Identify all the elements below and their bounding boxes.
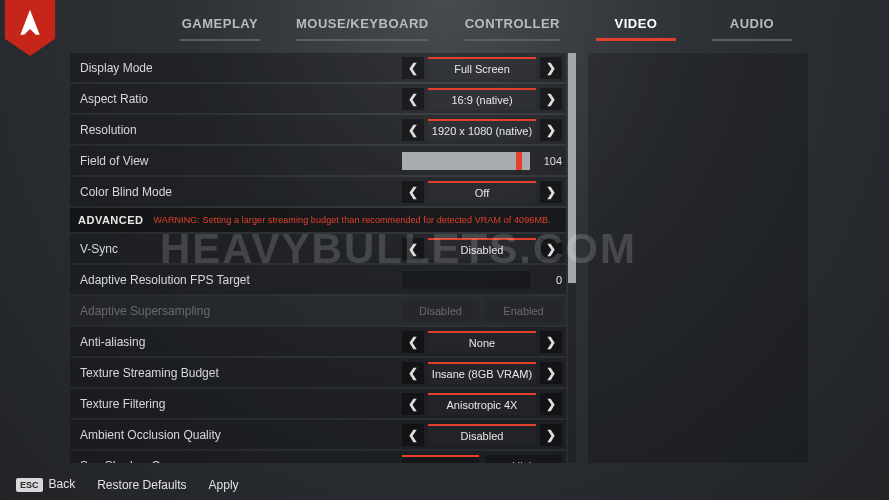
label: Adaptive Supersampling xyxy=(80,304,402,318)
chevron-left-icon[interactable]: ❮ xyxy=(402,88,424,110)
bottom-bar: ESCBack Restore Defaults Apply xyxy=(16,477,239,492)
value[interactable]: Off xyxy=(428,181,536,203)
tab-video[interactable]: VIDEO xyxy=(596,16,676,41)
row-color-blind: Color Blind Mode ❮ Off ❯ xyxy=(70,177,566,206)
esc-key-icon: ESC xyxy=(16,478,43,492)
chevron-right-icon[interactable]: ❯ xyxy=(540,393,562,415)
selector-tex-filter: ❮ Anisotropic 4X ❯ xyxy=(402,393,562,415)
restore-defaults-button[interactable]: Restore Defaults xyxy=(97,478,186,492)
row-ao: Ambient Occlusion Quality ❮ Disabled ❯ xyxy=(70,420,566,449)
label: Texture Streaming Budget xyxy=(80,366,402,380)
chevron-left-icon[interactable]: ❮ xyxy=(402,393,424,415)
row-resolution: Resolution ❮ 1920 x 1080 (native) ❯ xyxy=(70,115,566,144)
toggle-sun-shadow: Low High xyxy=(402,455,562,464)
row-sun-shadow: Sun Shadow Coverage Low High xyxy=(70,451,566,463)
label: Field of View xyxy=(80,154,402,168)
label: V-Sync xyxy=(80,242,402,256)
label: Aspect Ratio xyxy=(80,92,402,106)
scrollbar-thumb[interactable] xyxy=(568,53,576,283)
description-panel xyxy=(588,53,808,463)
advanced-label: ADVANCED xyxy=(74,214,148,226)
selector-anti-aliasing: ❮ None ❯ xyxy=(402,331,562,353)
selector-display-mode: ❮ Full Screen ❯ xyxy=(402,57,562,79)
fov-slider[interactable] xyxy=(402,152,530,170)
opt-high[interactable]: High xyxy=(485,455,562,464)
selector-tex-stream: ❮ Insane (8GB VRAM) ❯ xyxy=(402,362,562,384)
label: Texture Filtering xyxy=(80,397,402,411)
label: Sun Shadow Coverage xyxy=(80,459,402,464)
adaptive-fps-slider[interactable] xyxy=(402,271,530,289)
chevron-left-icon[interactable]: ❮ xyxy=(402,181,424,203)
value[interactable]: 1920 x 1080 (native) xyxy=(428,119,536,141)
chevron-right-icon[interactable]: ❯ xyxy=(540,331,562,353)
row-aspect-ratio: Aspect Ratio ❮ 16:9 (native) ❯ xyxy=(70,84,566,113)
selector-ao: ❮ Disabled ❯ xyxy=(402,424,562,446)
value[interactable]: Disabled xyxy=(428,424,536,446)
tab-audio[interactable]: AUDIO xyxy=(712,16,792,41)
chevron-right-icon[interactable]: ❯ xyxy=(540,424,562,446)
row-fov: Field of View 104 xyxy=(70,146,566,175)
settings-tabs: GAMEPLAY MOUSE/KEYBOARD CONTROLLER VIDEO… xyxy=(180,16,792,41)
slider-fov-area: 104 xyxy=(402,152,562,170)
label: Resolution xyxy=(80,123,402,137)
row-anti-aliasing: Anti-aliasing ❮ None ❯ xyxy=(70,327,566,356)
advanced-header: ADVANCED WARNING: Setting a larger strea… xyxy=(70,208,566,232)
fov-value: 104 xyxy=(536,155,562,167)
toggle-adaptive-ss: Disabled Enabled xyxy=(402,300,562,322)
label: Display Mode xyxy=(80,61,402,75)
tab-gameplay[interactable]: GAMEPLAY xyxy=(180,16,260,41)
chevron-left-icon[interactable]: ❮ xyxy=(402,238,424,260)
value[interactable]: Insane (8GB VRAM) xyxy=(428,362,536,384)
row-vsync: V-Sync ❮ Disabled ❯ xyxy=(70,234,566,263)
slider-adaptive-fps-area: 0 xyxy=(402,271,562,289)
selector-aspect-ratio: ❮ 16:9 (native) ❯ xyxy=(402,88,562,110)
settings-list: Display Mode ❮ Full Screen ❯ Aspect Rati… xyxy=(70,53,568,463)
chevron-left-icon[interactable]: ❮ xyxy=(402,57,424,79)
value[interactable]: Anisotropic 4X xyxy=(428,393,536,415)
label: Color Blind Mode xyxy=(80,185,402,199)
opt-disabled: Disabled xyxy=(402,300,479,322)
label: Ambient Occlusion Quality xyxy=(80,428,402,442)
chevron-right-icon[interactable]: ❯ xyxy=(540,181,562,203)
row-tex-filter: Texture Filtering ❮ Anisotropic 4X ❯ xyxy=(70,389,566,418)
chevron-left-icon[interactable]: ❮ xyxy=(402,331,424,353)
chevron-left-icon[interactable]: ❮ xyxy=(402,362,424,384)
value[interactable]: Full Screen xyxy=(428,57,536,79)
settings-panel: Display Mode ❮ Full Screen ❯ Aspect Rati… xyxy=(70,53,810,463)
game-logo xyxy=(4,0,56,58)
chevron-left-icon[interactable]: ❮ xyxy=(402,424,424,446)
adaptive-fps-value: 0 xyxy=(536,274,562,286)
row-adaptive-ss: Adaptive Supersampling Disabled Enabled xyxy=(70,296,566,325)
tab-controller[interactable]: CONTROLLER xyxy=(465,16,560,41)
chevron-right-icon[interactable]: ❯ xyxy=(540,362,562,384)
chevron-left-icon[interactable]: ❮ xyxy=(402,119,424,141)
apply-button[interactable]: Apply xyxy=(209,478,239,492)
row-display-mode: Display Mode ❮ Full Screen ❯ xyxy=(70,53,566,82)
value[interactable]: 16:9 (native) xyxy=(428,88,536,110)
opt-low[interactable]: Low xyxy=(402,455,479,464)
row-tex-stream: Texture Streaming Budget ❮ Insane (8GB V… xyxy=(70,358,566,387)
selector-vsync: ❮ Disabled ❯ xyxy=(402,238,562,260)
selector-resolution: ❮ 1920 x 1080 (native) ❯ xyxy=(402,119,562,141)
row-adaptive-fps: Adaptive Resolution FPS Target 0 xyxy=(70,265,566,294)
chevron-right-icon[interactable]: ❯ xyxy=(540,88,562,110)
scrollbar[interactable] xyxy=(568,53,576,463)
tab-mousekb[interactable]: MOUSE/KEYBOARD xyxy=(296,16,429,41)
selector-color-blind: ❮ Off ❯ xyxy=(402,181,562,203)
value[interactable]: None xyxy=(428,331,536,353)
value[interactable]: Disabled xyxy=(428,238,536,260)
back-label: Back xyxy=(49,477,76,491)
back-button[interactable]: ESCBack xyxy=(16,477,75,492)
label: Anti-aliasing xyxy=(80,335,402,349)
opt-enabled: Enabled xyxy=(485,300,562,322)
chevron-right-icon[interactable]: ❯ xyxy=(540,119,562,141)
label: Adaptive Resolution FPS Target xyxy=(80,273,402,287)
vram-warning: WARNING: Setting a larger streaming budg… xyxy=(154,215,551,225)
chevron-right-icon[interactable]: ❯ xyxy=(540,57,562,79)
chevron-right-icon[interactable]: ❯ xyxy=(540,238,562,260)
